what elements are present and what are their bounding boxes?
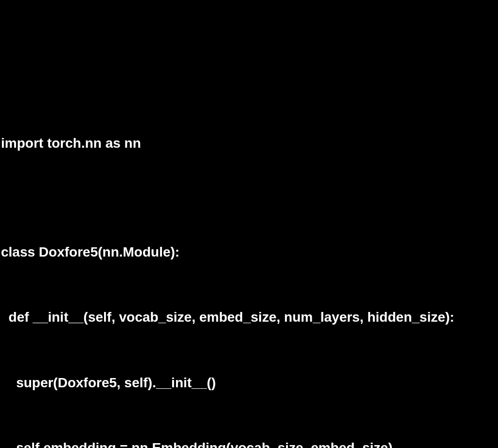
code-line: class Doxfore5(nn.Module):	[1, 241, 497, 263]
code-line: self.embedding = nn.Embedding(vocab_size…	[1, 437, 497, 448]
code-line: def __init__(self, vocab_size, embed_siz…	[1, 307, 497, 328]
code-line: import torch.nn as nn	[1, 133, 497, 155]
code-line: super(Doxfore5, self).__init__()	[1, 372, 497, 394]
code-snippet: import torch.nn as nn class Doxfore5(nn.…	[1, 89, 497, 448]
